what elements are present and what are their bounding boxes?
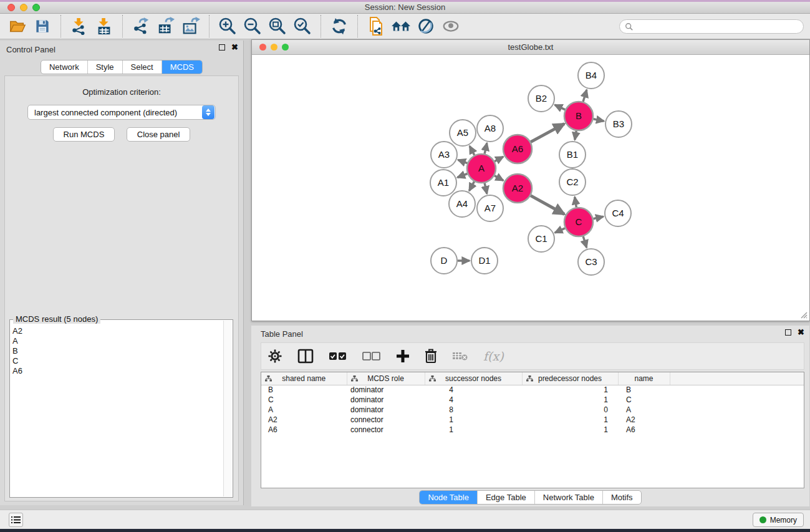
deselect-all-checkboxes-icon[interactable] xyxy=(362,347,381,365)
table-row[interactable]: Cdominator41C xyxy=(261,395,804,405)
close-table-panel-icon[interactable]: ✖ xyxy=(798,329,804,336)
tab-network[interactable]: Network xyxy=(41,60,88,74)
resize-grip-icon[interactable] xyxy=(799,310,808,319)
node-table[interactable]: shared nameMCDS rolesuccessor nodesprede… xyxy=(261,372,804,488)
delete-column-icon[interactable] xyxy=(425,347,437,365)
network-canvas[interactable]: AA1A2A3A4A5A6A7A8BB1B2B3B4CC1C2C3C4DD1 xyxy=(253,56,809,320)
float-table-panel-icon[interactable] xyxy=(785,329,791,336)
table-row[interactable]: Adominator80A xyxy=(261,405,804,415)
network-close-icon[interactable] xyxy=(259,44,266,51)
settings-gear-icon[interactable] xyxy=(268,347,282,365)
graph-node-A1[interactable]: A1 xyxy=(430,170,456,196)
zoom-window-icon[interactable] xyxy=(32,4,40,11)
table-cell[interactable]: connector xyxy=(347,415,425,425)
edge-A-A3[interactable] xyxy=(458,160,468,163)
table-cell[interactable]: 1 xyxy=(425,425,522,435)
import-network-icon[interactable] xyxy=(68,15,90,37)
graph-node-C[interactable]: C xyxy=(564,208,593,236)
edge-A-A5[interactable] xyxy=(470,146,475,155)
result-list-item[interactable]: C xyxy=(12,356,223,366)
select-all-checkboxes-icon[interactable] xyxy=(329,347,347,365)
export-table-icon[interactable] xyxy=(155,15,177,37)
graph-node-D1[interactable]: D1 xyxy=(471,248,498,274)
edge-C-C4[interactable] xyxy=(593,216,603,219)
table-row[interactable]: Bdominator41B xyxy=(261,385,804,395)
graph-node-B2[interactable]: B2 xyxy=(528,85,554,112)
run-mcds-button[interactable]: Run MCDS xyxy=(53,127,115,142)
export-network-icon[interactable] xyxy=(130,15,152,37)
graph-node-D[interactable]: D xyxy=(431,248,457,274)
edge-C-C3[interactable] xyxy=(583,236,587,248)
search-input[interactable] xyxy=(637,22,798,31)
zoom-out-icon[interactable] xyxy=(241,15,264,37)
edge-B-B4[interactable] xyxy=(583,90,587,102)
zoom-in-icon[interactable] xyxy=(216,15,239,37)
table-cell[interactable]: A6 xyxy=(261,425,347,435)
function-builder-icon[interactable]: f(x) xyxy=(483,347,504,365)
graph-node-A6[interactable]: A6 xyxy=(503,135,532,163)
result-scrollbar[interactable] xyxy=(223,321,232,496)
tab-edge-table[interactable]: Edge Table xyxy=(478,491,535,504)
tab-node-table[interactable]: Node Table xyxy=(420,491,478,504)
table-cell[interactable]: 1 xyxy=(522,385,618,395)
column-header-name[interactable]: name xyxy=(618,372,670,385)
table-cell[interactable]: connector xyxy=(347,425,425,435)
column-header-MCDS-role[interactable]: MCDS role xyxy=(347,372,425,385)
graph-node-B3[interactable]: B3 xyxy=(605,111,632,137)
view-toggle-icon[interactable] xyxy=(415,15,437,37)
edge-B-B2[interactable] xyxy=(555,105,566,110)
table-cell[interactable]: 4 xyxy=(425,385,522,395)
table-cell[interactable]: 1 xyxy=(522,415,618,425)
edge-A-A6[interactable] xyxy=(494,157,503,161)
export-image-icon[interactable] xyxy=(180,15,202,37)
edge-A-A4[interactable] xyxy=(470,181,475,191)
graph-node-C3[interactable]: C3 xyxy=(578,249,604,275)
table-cell[interactable]: 1 xyxy=(522,395,618,405)
add-column-icon[interactable] xyxy=(396,347,410,365)
import-table-icon[interactable] xyxy=(93,15,115,37)
edge-A-A7[interactable] xyxy=(485,183,487,193)
minimize-window-icon[interactable] xyxy=(20,4,27,11)
graph-node-A7[interactable]: A7 xyxy=(477,195,503,221)
graph-node-A4[interactable]: A4 xyxy=(449,191,475,217)
delete-table-icon[interactable] xyxy=(452,347,468,365)
float-panel-icon[interactable] xyxy=(219,44,225,51)
column-header-successor-nodes[interactable]: successor nodes xyxy=(425,372,522,385)
table-cell[interactable]: dominator xyxy=(347,405,425,415)
table-cell[interactable]: B xyxy=(618,385,670,395)
table-cell[interactable]: 1 xyxy=(425,415,522,425)
close-panel-button[interactable]: Close panel xyxy=(127,127,191,142)
open-session-icon[interactable] xyxy=(6,15,29,37)
memory-button[interactable]: Memory xyxy=(753,513,804,527)
edge-A-A1[interactable] xyxy=(458,174,468,178)
table-cell[interactable]: A xyxy=(618,405,670,415)
graph-node-B4[interactable]: B4 xyxy=(578,62,604,89)
network-graph[interactable]: AA1A2A3A4A5A6A7A8BB1B2B3B4CC1C2C3C4DD1 xyxy=(253,56,809,321)
task-history-icon[interactable] xyxy=(9,513,23,527)
edge-B-B1[interactable] xyxy=(575,131,576,140)
table-cell[interactable]: dominator xyxy=(347,385,425,395)
table-cell[interactable]: 0 xyxy=(522,405,618,415)
split-columns-icon[interactable] xyxy=(297,347,314,365)
graph-node-A[interactable]: A xyxy=(467,154,496,183)
edge-A2-C[interactable] xyxy=(531,196,564,215)
table-row[interactable]: A2connector11A2 xyxy=(261,415,804,425)
edge-A-A8[interactable] xyxy=(485,143,487,153)
graph-node-B[interactable]: B xyxy=(564,102,593,130)
table-row[interactable]: A6connector11A6 xyxy=(261,425,804,435)
tab-select[interactable]: Select xyxy=(123,60,162,74)
graph-node-C4[interactable]: C4 xyxy=(605,200,631,226)
edge-B-B3[interactable] xyxy=(594,119,604,121)
result-list-item[interactable]: A6 xyxy=(12,366,223,376)
show-graphics-details-icon[interactable] xyxy=(440,15,462,37)
table-cell[interactable]: 8 xyxy=(425,405,522,415)
edge-A-A2[interactable] xyxy=(494,176,503,181)
network-file-icon[interactable] xyxy=(365,15,387,37)
edge-A6-B[interactable] xyxy=(531,123,564,142)
table-cell[interactable]: dominator xyxy=(347,395,425,405)
edge-C-C1[interactable] xyxy=(555,228,565,233)
graph-node-C1[interactable]: C1 xyxy=(528,226,554,252)
table-cell[interactable]: 4 xyxy=(425,395,522,405)
table-cell[interactable]: B xyxy=(261,385,347,395)
zoom-fit-icon[interactable] xyxy=(266,15,289,37)
